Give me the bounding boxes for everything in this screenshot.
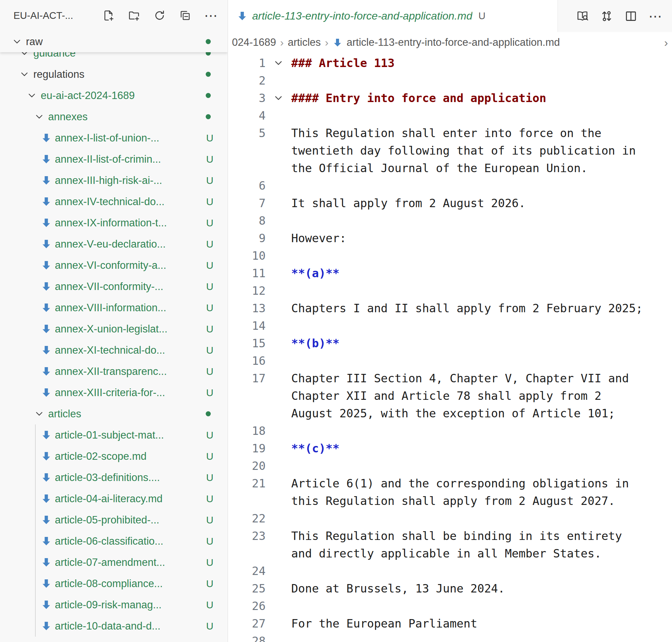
code-line-1[interactable]: 1### Article 113 bbox=[228, 54, 672, 72]
code-line-23[interactable]: 23This Regulation shall be binding in it… bbox=[228, 527, 672, 562]
tree-item-regulations[interactable]: regulations bbox=[0, 64, 228, 85]
code-line-28[interactable]: 28 bbox=[228, 632, 672, 642]
chevron-down-icon[interactable] bbox=[33, 408, 45, 420]
chevron-down-icon[interactable] bbox=[18, 52, 30, 59]
tree-item-raw[interactable]: raw bbox=[0, 31, 228, 52]
git-untracked-badge: U bbox=[206, 620, 213, 632]
chevron-right-icon[interactable]: › bbox=[664, 36, 668, 49]
tree-clipped-row: guidance bbox=[0, 52, 228, 64]
code-line-11[interactable]: 11**(a)** bbox=[228, 265, 672, 282]
tree-item-annex-ii-list-of-crimin[interactable]: annex-II-list-of-crimin...U bbox=[0, 149, 228, 170]
fold-gutter bbox=[266, 475, 291, 510]
tree-item-annex-viii-information[interactable]: annex-VIII-information...U bbox=[0, 297, 228, 318]
chevron-down-icon[interactable] bbox=[11, 36, 23, 48]
tree-item-label: article-09-risk-manag... bbox=[55, 599, 162, 611]
tree-item-annex-x-union-legislat[interactable]: annex-X-union-legislat...U bbox=[0, 318, 228, 339]
code-line-21[interactable]: 21Article 6(1) and the corresponding obl… bbox=[228, 475, 672, 510]
chevron-down-icon[interactable] bbox=[26, 90, 38, 102]
new-folder-icon[interactable] bbox=[127, 9, 141, 22]
code-line-4[interactable]: 4 bbox=[228, 107, 672, 124]
code-line-24[interactable]: 24 bbox=[228, 562, 672, 580]
code-line-6[interactable]: 6 bbox=[228, 177, 672, 194]
code-area[interactable]: 1### Article 11323#### Entry into force … bbox=[228, 53, 672, 642]
code-line-25[interactable]: 25Done at Brussels, 13 June 2024. bbox=[228, 580, 672, 597]
tree-item-articles[interactable]: articles bbox=[0, 403, 228, 424]
tree-item-annex-xiii-criteria-for[interactable]: annex-XIII-criteria-for-...U bbox=[0, 382, 228, 403]
tree-item-label: annex-XII-transparenc... bbox=[55, 365, 167, 377]
tree-item-guidance[interactable]: guidance bbox=[0, 52, 228, 64]
tree-item-annex-iv-technical-do[interactable]: annex-IV-technical-do...U bbox=[0, 191, 228, 212]
tree-item-article-01-subject-mat[interactable]: article-01-subject-mat...U bbox=[0, 424, 228, 446]
tree-item-annex-ix-information-t[interactable]: annex-IX-information-t...U bbox=[0, 212, 228, 233]
tree-item-annexes[interactable]: annexes bbox=[0, 106, 228, 127]
git-untracked-badge: U bbox=[206, 366, 213, 377]
breadcrumb-file[interactable]: article-113-entry-into-force-and-applica… bbox=[347, 36, 560, 49]
code-line-10[interactable]: 10 bbox=[228, 247, 672, 265]
tree-item-eu-ai-act-2024-1689[interactable]: eu-ai-act-2024-1689 bbox=[0, 85, 228, 106]
tree-item-article-10-data-and-d[interactable]: article-10-data-and-d...U bbox=[0, 615, 228, 637]
split-editor-icon[interactable] bbox=[624, 10, 638, 23]
code-line-12[interactable]: 12 bbox=[228, 282, 672, 299]
tree-item-article-06-classificatio[interactable]: article-06-classificatio...U bbox=[0, 530, 228, 552]
chevron-down-icon[interactable] bbox=[18, 68, 30, 80]
code-line-17[interactable]: 17Chapter III Section 4, Chapter V, Chap… bbox=[228, 370, 672, 422]
open-preview-icon[interactable] bbox=[576, 10, 589, 23]
code-line-27[interactable]: 27For the European Parliament bbox=[228, 615, 672, 632]
tree-item-annex-vii-conformity[interactable]: annex-VII-conformity-...U bbox=[0, 276, 228, 297]
tree-item-annex-iii-high-risk-ai[interactable]: annex-III-high-risk-ai-...U bbox=[0, 170, 228, 191]
tree-item-article-05-prohibited[interactable]: article-05-prohibited-...U bbox=[0, 509, 228, 530]
code-text: **(a)** bbox=[291, 265, 645, 282]
code-line-2[interactable]: 2 bbox=[228, 72, 672, 89]
tree-item-annex-vi-conformity-a[interactable]: annex-VI-conformity-a...U bbox=[0, 255, 228, 276]
tree-item-article-07-amendment[interactable]: article-07-amendment...U bbox=[0, 552, 228, 573]
fold-chevron-icon[interactable] bbox=[266, 54, 291, 72]
code-line-18[interactable]: 18 bbox=[228, 422, 672, 439]
markdown-file-icon bbox=[40, 514, 52, 526]
tree-item-article-04-ai-literacy-md[interactable]: article-04-ai-literacy.mdU bbox=[0, 488, 228, 509]
code-line-16[interactable]: 16 bbox=[228, 352, 672, 370]
code-line-26[interactable]: 26 bbox=[228, 597, 672, 615]
new-file-icon[interactable] bbox=[102, 9, 115, 22]
git-untracked-badge: U bbox=[206, 196, 213, 207]
code-line-19[interactable]: 19**(c)** bbox=[228, 439, 672, 457]
tree-item-article-03-definitions[interactable]: article-03-definitions....U bbox=[0, 467, 228, 488]
fold-chevron-icon[interactable] bbox=[266, 89, 291, 107]
tree-item-label: article-10-data-and-d... bbox=[55, 620, 161, 632]
open-changes-icon[interactable] bbox=[600, 10, 614, 23]
code-line-14[interactable]: 14 bbox=[228, 317, 672, 334]
tree-item-article-02-scope-md[interactable]: article-02-scope.mdU bbox=[0, 446, 228, 467]
code-line-8[interactable]: 8 bbox=[228, 212, 672, 229]
explorer-sidebar: EU-AI-ACT-... bbox=[0, 0, 228, 642]
tree-item-annex-xi-technical-do[interactable]: annex-XI-technical-do...U bbox=[0, 339, 228, 361]
git-untracked-badge: U bbox=[206, 132, 213, 144]
code-line-7[interactable]: 7It shall apply from 2 August 2026. bbox=[228, 194, 672, 212]
tree-item-annex-xii-transparenc[interactable]: annex-XII-transparenc...U bbox=[0, 361, 228, 382]
code-text bbox=[291, 72, 645, 89]
chevron-down-icon[interactable] bbox=[33, 111, 45, 123]
tree-item-label: article-07-amendment... bbox=[55, 556, 165, 568]
untracked-dot-badge bbox=[206, 114, 211, 119]
markdown-file-icon bbox=[40, 260, 52, 271]
code-line-3[interactable]: 3#### Entry into force and application bbox=[228, 89, 672, 107]
breadcrumb-articles[interactable]: articles bbox=[288, 36, 321, 49]
refresh-icon[interactable] bbox=[153, 9, 166, 22]
more-actions-icon[interactable]: ⋯ bbox=[204, 9, 218, 22]
tab-article-113[interactable]: article-113-entry-into-force-and-applica… bbox=[228, 0, 558, 32]
breadcrumb-folder[interactable]: 024-1689 bbox=[232, 36, 276, 49]
line-number: 17 bbox=[228, 370, 266, 422]
collapse-folders-icon[interactable] bbox=[179, 9, 192, 22]
more-actions-icon[interactable]: ⋯ bbox=[648, 10, 662, 23]
tree-item-annex-v-eu-declaratio[interactable]: annex-V-eu-declaratio...U bbox=[0, 233, 228, 255]
tree-item-article-08-compliance[interactable]: article-08-compliance...U bbox=[0, 573, 228, 594]
tree-item-annex-i-list-of-union[interactable]: annex-I-list-of-union-...U bbox=[0, 127, 228, 149]
code-line-20[interactable]: 20 bbox=[228, 457, 672, 475]
line-number: 7 bbox=[228, 194, 266, 212]
code-line-15[interactable]: 15**(b)** bbox=[228, 334, 672, 352]
line-number: 13 bbox=[228, 299, 266, 317]
code-line-9[interactable]: 9However: bbox=[228, 229, 672, 247]
tree-item-article-09-risk-manag[interactable]: article-09-risk-manag...U bbox=[0, 594, 228, 615]
code-line-22[interactable]: 22 bbox=[228, 510, 672, 527]
code-line-13[interactable]: 13Chapters I and II shall apply from 2 F… bbox=[228, 299, 672, 317]
code-line-5[interactable]: 5This Regulation shall enter into force … bbox=[228, 124, 672, 177]
tree-item-label: annex-I-list-of-union-... bbox=[55, 132, 159, 144]
